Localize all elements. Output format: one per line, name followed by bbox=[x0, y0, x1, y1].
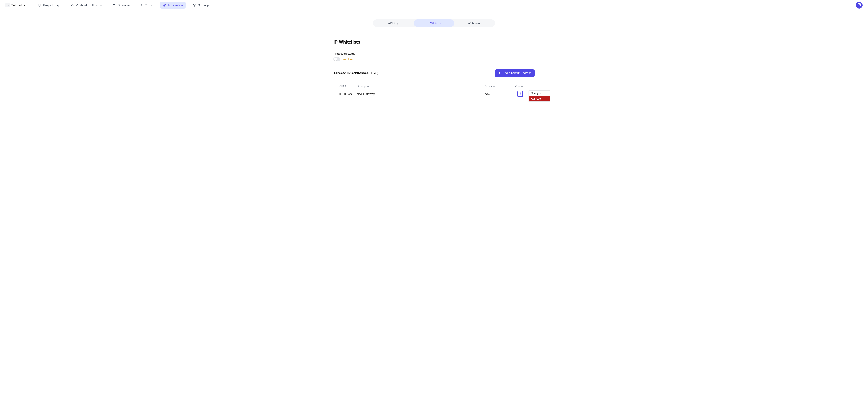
menu-configure[interactable]: Configure bbox=[529, 91, 550, 96]
svg-rect-0 bbox=[38, 4, 41, 6]
col-header-action: Action bbox=[515, 85, 529, 88]
nav-integration[interactable]: Integration bbox=[160, 2, 186, 8]
cell-creation: now bbox=[485, 92, 515, 96]
nav-label: Settings bbox=[198, 3, 209, 7]
table-header: CIDRs Description Creation Action bbox=[333, 83, 535, 90]
col-header-description: Description bbox=[357, 85, 485, 88]
nav-label: Integration bbox=[168, 3, 183, 7]
add-ip-button[interactable]: Add a new IP Address bbox=[495, 69, 535, 77]
topbar-left: TU Tutorial Project page Verification fl… bbox=[5, 2, 212, 8]
tab-api-key[interactable]: API Key bbox=[373, 20, 414, 27]
svg-point-8 bbox=[142, 4, 143, 5]
project-name-label: Tutorial bbox=[11, 3, 22, 7]
nav-team[interactable]: Team bbox=[138, 2, 156, 8]
nav-label: Verification flow bbox=[76, 3, 98, 7]
nav-settings[interactable]: Settings bbox=[190, 2, 212, 8]
row-actions-button[interactable] bbox=[518, 91, 523, 97]
nav-label: Sessions bbox=[118, 3, 130, 7]
support-button[interactable] bbox=[856, 2, 863, 8]
tab-webhooks[interactable]: Webhooks bbox=[454, 20, 495, 27]
nav-verification-flow[interactable]: Verification flow bbox=[68, 2, 105, 8]
project-selector[interactable]: TU Tutorial bbox=[5, 3, 26, 7]
cell-action bbox=[515, 91, 529, 97]
allowed-section-header: Allowed IP Addresses (1/20) Add a new IP… bbox=[333, 69, 535, 77]
protection-status-value: Inactive bbox=[342, 58, 352, 61]
integration-tabs: API Key IP Whitelist Webhooks bbox=[373, 20, 495, 27]
nav-project-page[interactable]: Project page bbox=[35, 2, 64, 8]
col-header-creation-label: Creation bbox=[485, 85, 495, 88]
allowed-title: Allowed IP Addresses (1/20) bbox=[333, 71, 378, 75]
tab-ip-whitelist[interactable]: IP Whitelist bbox=[414, 20, 454, 27]
monitor-icon bbox=[38, 4, 41, 7]
link-icon bbox=[163, 4, 166, 7]
svg-point-1 bbox=[72, 4, 72, 4]
team-icon bbox=[141, 4, 144, 7]
svg-point-11 bbox=[520, 92, 520, 93]
protection-status-row: Inactive bbox=[333, 57, 535, 61]
add-ip-label: Add a new IP Address bbox=[502, 71, 531, 75]
nav-items: Project page Verification flow Sessions bbox=[35, 2, 212, 8]
cell-cidr: 0.0.0.0/24 bbox=[339, 92, 357, 96]
col-header-creation[interactable]: Creation bbox=[485, 85, 515, 88]
svg-point-7 bbox=[141, 4, 142, 5]
svg-point-2 bbox=[71, 5, 72, 6]
topbar: TU Tutorial Project page Verification fl… bbox=[0, 0, 868, 10]
list-icon bbox=[113, 4, 116, 7]
support-icon bbox=[857, 3, 861, 7]
main-panel: IP Whitelists Protection status Inactive… bbox=[333, 39, 535, 99]
sort-desc-icon bbox=[497, 85, 499, 88]
nav-label: Team bbox=[145, 3, 153, 7]
nav-sessions[interactable]: Sessions bbox=[110, 2, 133, 8]
project-badge: TU bbox=[5, 3, 10, 7]
content: API Key IP Whitelist Webhooks IP Whiteli… bbox=[257, 10, 611, 107]
svg-point-9 bbox=[194, 5, 195, 6]
svg-point-12 bbox=[520, 93, 520, 94]
plus-icon bbox=[498, 71, 501, 75]
gear-icon bbox=[193, 4, 196, 7]
chevron-down-icon bbox=[99, 4, 103, 7]
flow-icon bbox=[71, 4, 74, 7]
cell-description: NAT Gateway bbox=[357, 92, 485, 96]
more-vertical-icon bbox=[520, 92, 521, 96]
nav-label: Project page bbox=[43, 3, 61, 7]
ip-table: CIDRs Description Creation Action 0.0.0.… bbox=[333, 83, 535, 99]
chevron-down-icon bbox=[23, 4, 26, 7]
menu-remove[interactable]: Remove bbox=[529, 96, 550, 101]
page-title: IP Whitelists bbox=[333, 39, 535, 45]
row-actions-menu: Configure Remove bbox=[529, 90, 550, 102]
protection-status-label: Protection status bbox=[333, 52, 535, 55]
svg-point-13 bbox=[520, 94, 520, 95]
col-header-cidr: CIDRs bbox=[339, 85, 357, 88]
table-row: 0.0.0.0/24 NAT Gateway now Configure Rem… bbox=[333, 90, 535, 99]
svg-point-3 bbox=[73, 5, 73, 6]
protection-toggle[interactable] bbox=[333, 57, 340, 61]
